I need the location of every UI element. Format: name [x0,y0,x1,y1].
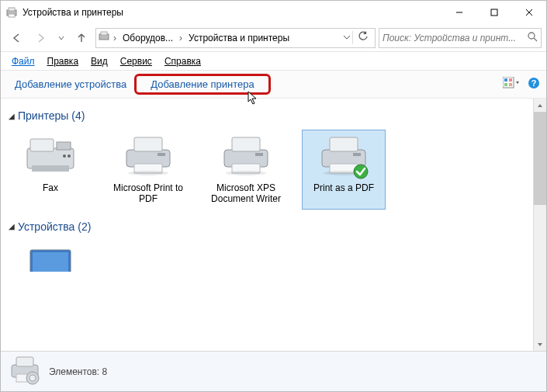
printers-list: Fax Microsoft Print to PDF Microsoft XPS… [9,130,525,210]
group-printers-header[interactable]: ◢ Принтеры (4) [9,109,525,122]
back-button[interactable] [5,27,27,49]
scrollbar-track [534,205,546,338]
breadcrumb-hardware[interactable]: Оборудов... [119,31,176,45]
svg-rect-12 [504,78,507,82]
group-title: Принтеры [18,109,68,122]
fax-icon [23,134,78,179]
svg-rect-19 [30,139,54,151]
search-box[interactable] [379,28,542,48]
monitor-icon [23,245,78,272]
device-print-as-pdf[interactable]: Print as a PDF [302,130,386,210]
svg-point-39 [354,165,368,179]
svg-rect-20 [57,142,71,150]
menu-view[interactable]: Вид [85,54,114,69]
vertical-scrollbar[interactable] [533,99,546,351]
device-label: Print as a PDF [313,182,374,193]
address-bar[interactable]: › Оборудов... › Устройства и принтеры [95,28,376,48]
group-title: Устройства [18,220,74,233]
device-label: Microsoft XPS Document Writer [206,182,286,205]
menu-file[interactable]: Файл [5,54,41,69]
close-button[interactable] [511,1,546,24]
device-monitor[interactable] [9,241,92,272]
view-options-button[interactable] [503,77,520,92]
svg-point-32 [226,171,266,175]
window-title: Устройства и принтеры [23,7,441,18]
device-label: Fax [43,182,58,193]
toolbar: Добавление устройства Добавление принтер… [1,71,546,99]
menu-help[interactable]: Справка [158,54,207,69]
svg-rect-2 [9,14,15,17]
status-icon [9,354,41,390]
search-icon[interactable] [527,31,538,45]
menubar: Файл Правка Вид Сервис Справка [1,52,546,71]
collapse-icon: ◢ [9,112,15,120]
svg-rect-38 [353,153,361,156]
group-count: (2) [78,220,91,233]
svg-rect-43 [16,357,33,366]
menu-service[interactable]: Сервис [114,54,158,69]
svg-point-46 [29,375,36,381]
add-device-button[interactable]: Добавление устройства [7,75,134,94]
content-pane: ◢ Принтеры (4) Fax Microsoft Print [1,99,533,351]
titlebar: Устройства и принтеры [1,1,546,24]
navbar: › Оборудов... › Устройства и принтеры [1,24,546,52]
content-area: ◢ Принтеры (4) Fax Microsoft Print [1,99,546,351]
scroll-up-icon[interactable] [534,99,546,112]
group-devices-header[interactable]: ◢ Устройства (2) [9,220,525,233]
svg-point-27 [128,171,168,175]
svg-point-23 [68,154,71,158]
search-input[interactable] [383,33,524,43]
separator-icon: › [179,33,182,43]
svg-rect-25 [134,137,162,151]
printer-icon [218,134,274,179]
location-icon [98,30,110,45]
window: Устройства и принтеры › Оборудов... › Ус… [0,0,547,392]
statusbar: Элементов: 8 [1,351,546,391]
printer-default-icon [316,134,372,179]
svg-rect-21 [32,165,69,172]
window-controls [441,1,546,24]
help-button[interactable]: ? [528,77,540,92]
printer-icon [120,134,176,179]
svg-rect-28 [158,153,165,156]
group-count: (4) [71,109,85,122]
devices-list [9,241,525,272]
minimize-button[interactable] [441,1,476,24]
up-button[interactable] [71,27,92,49]
cursor-icon [248,91,258,107]
app-icon [5,6,18,19]
forward-button[interactable] [30,27,52,49]
svg-text:?: ? [531,78,537,88]
scroll-down-icon[interactable] [534,338,546,351]
svg-rect-8 [101,32,107,35]
separator-icon: › [113,33,116,43]
device-ms-xps[interactable]: Microsoft XPS Document Writer [204,130,288,210]
svg-rect-4 [491,9,497,16]
svg-rect-41 [33,252,68,272]
svg-rect-33 [255,153,263,156]
refresh-button[interactable] [352,31,373,44]
device-ms-print-pdf[interactable]: Microsoft Print to PDF [106,130,190,210]
collapse-icon: ◢ [9,222,15,231]
svg-rect-35 [330,137,358,151]
svg-rect-1 [9,8,15,11]
history-dropdown[interactable] [55,27,68,49]
svg-rect-14 [504,83,507,86]
device-fax[interactable]: Fax [9,130,92,210]
svg-rect-15 [509,83,512,86]
breadcrumb-devices[interactable]: Устройства и принтеры [185,31,293,45]
maximize-button[interactable] [476,1,511,24]
scrollbar-thumb[interactable] [534,112,546,205]
svg-rect-30 [232,137,260,151]
device-label: Microsoft Print to PDF [108,182,189,205]
svg-point-9 [528,33,535,39]
status-items-count: Элементов: 8 [49,366,107,377]
svg-point-22 [63,154,66,158]
svg-line-10 [534,38,537,41]
address-dropdown-icon[interactable] [343,33,351,43]
svg-rect-13 [509,78,512,82]
menu-edit[interactable]: Правка [41,54,85,69]
